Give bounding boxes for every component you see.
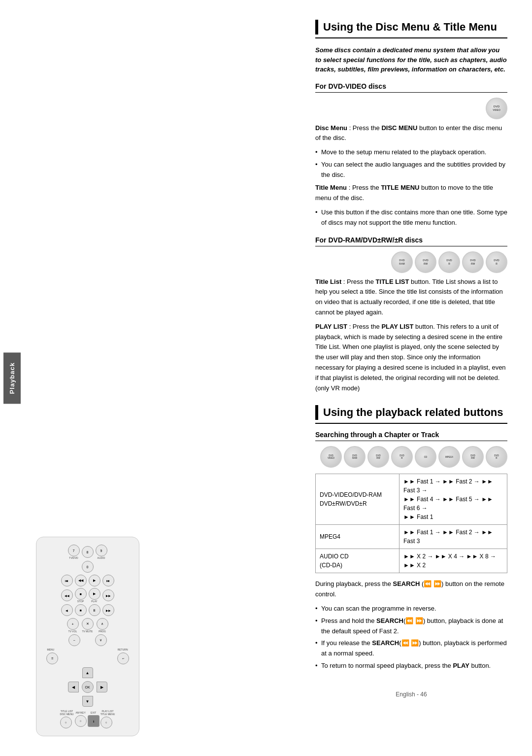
remote-btn-0[interactable]: 0	[82, 561, 94, 573]
dvd-video-icon: DVD VIDEO	[486, 98, 507, 119]
title-list-label: Title List	[315, 278, 341, 285]
sidebar-tab-label: Playback	[3, 352, 21, 404]
remote-btn-stop[interactable]: ■	[75, 588, 87, 600]
remote-btn-prog-up[interactable]: ∧	[97, 618, 108, 630]
dpad-up[interactable]: ▲	[82, 667, 93, 678]
bullet-release-search: If you release the SEARCH(⏪ ⏩) button, p…	[315, 638, 507, 659]
remote-btn-vol-down[interactable]: −	[68, 634, 80, 646]
main-content: Using the Disc Menu & Title Menu Some di…	[305, 0, 532, 756]
remote-btn-play-fwd[interactable]: ▶	[89, 575, 100, 586]
sub-heading-dvd-video: For DVD-VIDEO discs	[315, 82, 507, 93]
table-cell-speeds3: ►► X 2 → ►► X 4 → ►► X 8 → ►► X 2	[399, 549, 507, 573]
remote-btn-exit[interactable]: ℹ	[88, 715, 100, 727]
remote-btn-play[interactable]: ▶	[89, 588, 100, 600]
section1-title: Using the Disc Menu & Title Menu	[323, 21, 497, 34]
remote-btn-disc-menu[interactable]: ○	[60, 717, 72, 728]
dpad-down[interactable]: ▼	[82, 696, 93, 707]
remote-btn-anykey[interactable]: ○	[75, 715, 87, 727]
remote-btn-title-menu[interactable]: ○	[100, 717, 112, 728]
section1-heading: Using the Disc Menu & Title Menu	[315, 20, 507, 38]
bullet-scan-reverse: You can scan the programme in reverse.	[315, 604, 507, 614]
table-cell-speeds2: ►► Fast 1 → ►► Fast 2 → ►► Fast 3	[399, 525, 507, 549]
disc-menu-para: Disc Menu : Press the DISC MENU button t…	[315, 123, 507, 144]
remote-btn-prog-down[interactable]: ∨	[95, 634, 107, 646]
play-list-para: PLAY LIST : Press the PLAY LIST button. …	[315, 322, 507, 394]
remote-btn-rew[interactable]: ◀◀	[75, 575, 87, 586]
title-menu-para: Title Menu : Press the TITLE MENU button…	[315, 183, 507, 204]
anykey-label: ANYKEY	[75, 711, 87, 714]
play-list-button-label: PLAY LIST	[381, 323, 413, 330]
chapter-mpeg4-icon: MPEG4	[438, 446, 460, 468]
chapter-dvd-rw-icon2: DVDRW	[462, 446, 484, 468]
bullet-return-normal: To return to normal speed playback, pres…	[315, 661, 507, 671]
table-cell-speeds1: ►► Fast 1 → ►► Fast 2 → ►► Fast 3 → ►► F…	[399, 474, 507, 525]
remote-btn-ff[interactable]: ▶▶	[102, 589, 114, 601]
dvd-r-icon1: DVDR	[438, 251, 460, 273]
chapter-dvd-ram-icon: DVDRAM	[344, 446, 366, 468]
remote-btn-8[interactable]: 8	[82, 546, 94, 558]
page-footer: English - 46	[315, 686, 507, 698]
remote-control: 7 TV/DVD 8 9 AUDIO 0 ⏮ ◀◀ ▶ ⏭	[36, 537, 139, 736]
remote-btn-next[interactable]: ⏭	[102, 575, 114, 586]
dvd-ram-icon: DVDRAM	[391, 251, 413, 273]
chapter-dvd-r-icon: DVDR	[391, 446, 413, 468]
play-bold: PLAY	[453, 662, 469, 669]
remote-btn-return[interactable]: ↩	[117, 653, 129, 664]
table-row: DVD-VIDEO/DVD-RAM DVD±RW/DVD±R ►► Fast 1…	[316, 474, 507, 525]
title-list-para: Title List : Press the TITLE LIST button…	[315, 277, 507, 318]
chapter-dvd-video-icon: DVDVIDEO	[320, 446, 342, 468]
remote-btn-stop2[interactable]: ■	[75, 604, 87, 616]
chapter-table: DVD-VIDEO/DVD-RAM DVD±RW/DVD±R ►► Fast 1…	[315, 474, 507, 573]
remote-btn-9[interactable]: 9	[96, 545, 107, 556]
dpad-ok[interactable]: OK	[82, 681, 94, 693]
remote-btn-7[interactable]: 7	[68, 545, 80, 556]
section2-heading-bar	[315, 405, 318, 420]
sub-heading-dvd-ram: For DVD-RAM/DVD±RW/±R discs	[315, 236, 507, 246]
bullet-hold-search: Press and hold the SEARCH(⏪ ⏩) button, p…	[315, 616, 507, 637]
return-label: RETURN	[118, 648, 128, 651]
play-list-label: PLAY LISTTITLE MENU	[100, 710, 115, 716]
section2-heading: Using the playback related buttons	[315, 405, 507, 424]
chapter-cd-icon: CD	[415, 446, 436, 468]
footer-text: English - 46	[396, 691, 427, 698]
search-bold3: SEARCH	[372, 639, 399, 647]
section2-title: Using the playback related buttons	[323, 406, 503, 419]
remote-btn-slow-back[interactable]: ◀	[61, 604, 73, 616]
table-cell-format1: DVD-VIDEO/DVD-RAM DVD±RW/DVD±R	[316, 474, 399, 525]
dvd-r-icon2: DVDR	[486, 251, 507, 273]
dvd-video-icon-row: DVD VIDEO	[315, 98, 507, 119]
table-row: AUDIO CD (CD-DA) ►► X 2 → ►► X 4 → ►► X …	[316, 549, 507, 573]
menu-label: MENU	[47, 648, 55, 651]
dpad-right[interactable]: ▶	[97, 682, 107, 692]
chapter-icons-row: DVDVIDEO DVDRAM DVDRW DVDR CD MPEG4 DVDR…	[315, 446, 507, 468]
exit-label: EXIT	[88, 711, 100, 714]
disc-menu-label: Disc Menu	[315, 124, 347, 132]
sidebar: Playback	[0, 0, 24, 756]
table-cell-format2: MPEG4	[316, 525, 399, 549]
disc-menu-button-label: DISC MENU	[381, 124, 417, 132]
search-during-para: During playback, press the SEARCH (⏪ ⏩) …	[315, 579, 507, 600]
table-row: MPEG4 ►► Fast 1 → ►► Fast 2 → ►► Fast 3	[316, 525, 507, 549]
remote-btn-menu[interactable]: ☰	[46, 653, 58, 664]
bullet-title-menu: Use this button if the disc contains mor…	[315, 207, 507, 228]
remote-btn-vol-up[interactable]: +	[67, 618, 79, 630]
section1-intro: Some discs contain a dedicated menu syst…	[315, 45, 507, 74]
title-menu-button-label: TITLE MENU	[381, 184, 419, 191]
bullet-setup-menu: Move to the setup menu related to the pl…	[315, 147, 507, 158]
table-cell-format3: AUDIO CD (CD-DA)	[316, 549, 399, 573]
remote-btn-mute[interactable]: ✕	[82, 618, 94, 630]
chapter-dvd-rw-icon: DVDRW	[367, 446, 389, 468]
title-list-button-label: TITLE LIST	[376, 278, 409, 285]
title-list-label: TITLE LISTDISC MENU	[60, 710, 74, 716]
dpad-left[interactable]: ◀	[68, 682, 79, 692]
dvd-rw-icon2: DVDRW	[462, 251, 484, 273]
remote-btn-pause[interactable]: ⏸	[89, 604, 100, 616]
search-bold: SEARCH	[393, 580, 420, 587]
remote-btn-rew2[interactable]: ◀◀	[61, 589, 73, 601]
chapter-dvd-r-icon2: DVDR	[486, 446, 507, 468]
remote-btn-ff2[interactable]: ▶▶	[102, 604, 114, 616]
remote-btn-prev[interactable]: ⏮	[61, 575, 73, 586]
dvd-ram-icons-row: DVDRAM DVDRW DVDR DVDRW DVDR	[315, 251, 507, 273]
play-list-label-main: PLAY LIST	[315, 323, 347, 330]
sub-heading-chapter: Searching through a Chapter or Track	[315, 431, 507, 441]
